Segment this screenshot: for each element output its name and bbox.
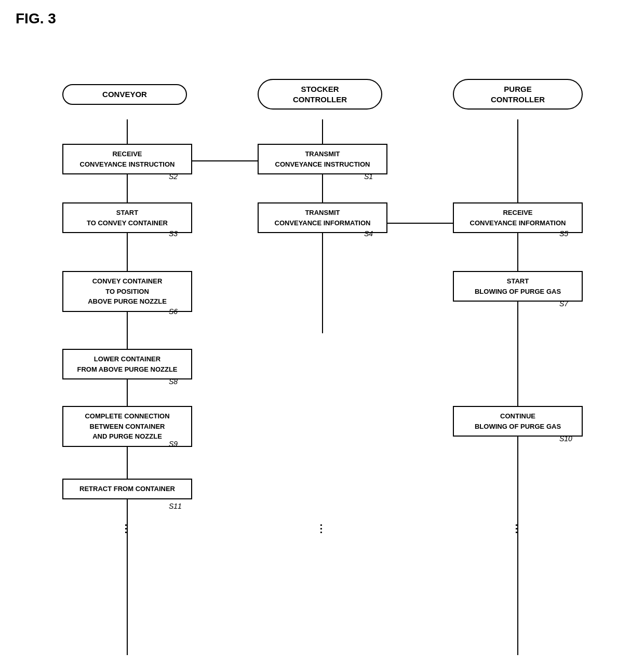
step-s10-label: S10 [559,434,572,443]
step-s5-label: S5 [559,229,568,238]
step-s8-box: LOWER CONTAINERFROM ABOVE PURGE NOZZLE [62,349,192,379]
step-s3-label: S3 [169,229,178,238]
step-s1-label: S1 [364,172,373,181]
step-s4-label: S4 [364,229,373,238]
step-s11-box: RETRACT FROM CONTAINER [62,479,192,499]
dots-col2: ⋮ [316,522,327,535]
step-s8-label: S8 [169,377,178,386]
step-s7-box: STARTBLOWING OF PURGE GAS [453,271,583,302]
step-s5-box: RECEIVECONVEYANCE INFORMATION [453,202,583,233]
conveyor-pill: CONVEYOR [62,84,187,105]
dots-col3: ⋮ [511,522,522,535]
step-s6-box: CONVEY CONTAINERTO POSITIONABOVE PURGE N… [62,271,192,312]
step-s3-box: STARTTO CONVEY CONTAINER [62,202,192,233]
step-s4-box: TRANSMITCONVEYANCE INFORMATION [258,202,387,233]
dots-col1: ⋮ [120,522,132,535]
step-s7-label: S7 [559,300,568,308]
purge-controller-pill: PURGECONTROLLER [453,79,583,110]
step-s10-box: CONTINUEBLOWING OF PURGE GAS [453,406,583,437]
stocker-controller-pill: STOCKERCONTROLLER [258,79,382,110]
step-s2-label: S2 [169,172,178,181]
step-s11-label: S11 [169,502,182,510]
step-s9-label: S9 [169,440,178,448]
step-s1-box: TRANSMITCONVEYANCE INSTRUCTION [258,144,387,174]
step-s6-label: S6 [169,307,178,316]
figure-title: FIG. 3 [16,10,628,27]
step-s2-box: RECEIVECONVEYANCE INSTRUCTION [62,144,192,174]
